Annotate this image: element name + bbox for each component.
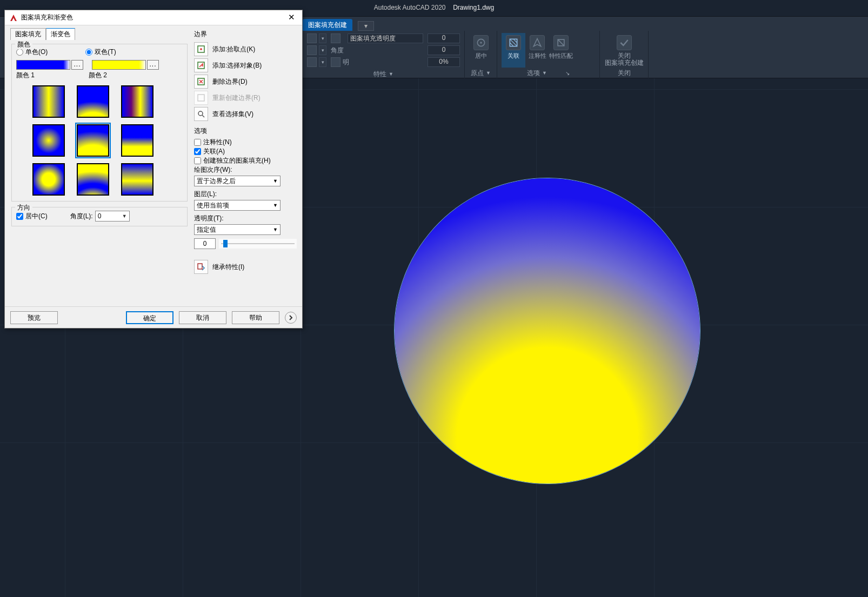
ribbon-group-options: 关联 注释性 特性匹配 选项▼↘ [497, 31, 600, 78]
svg-point-1 [480, 42, 482, 43]
help-button[interactable]: 帮助 [232, 311, 279, 324]
pick-point-icon [194, 42, 208, 56]
fieldset-color: 颜色 单色(O) 双色(T) ... ... 颜色 1 颜色 2 [11, 44, 188, 202]
svg-rect-9 [198, 264, 202, 269]
chevron-down-icon: ▼ [273, 227, 278, 232]
inherit-props-button[interactable]: 继承特性(I) [194, 259, 297, 275]
ribbon-group-name-options[interactable]: 选项▼↘ [502, 68, 595, 77]
gradient-pattern-3[interactable] [32, 124, 65, 157]
ribbon-context-tab[interactable]: 图案填充创建 [303, 19, 352, 31]
gradient-pattern-7[interactable] [77, 163, 109, 196]
chevron-down-icon: ▼ [122, 213, 127, 219]
color1-picker-button[interactable]: ... [71, 60, 83, 70]
gradient-pattern-2[interactable] [121, 85, 153, 118]
ok-button[interactable]: 确定 [126, 311, 173, 324]
layer-label-dlg: 图层(L): [194, 190, 297, 199]
ribbon-group-name-origin[interactable]: 原点▼ [469, 68, 492, 77]
hatch-icon[interactable] [307, 45, 317, 55]
gradient-pattern-6[interactable] [32, 163, 65, 196]
layer-icon[interactable] [307, 33, 317, 43]
ribbon-group-props: ▾ 图案填充透明度 0 ▾ 角度 0 ▾ [303, 31, 465, 78]
color1-swatch[interactable]: ... [16, 60, 83, 70]
checkbox-independent[interactable]: 创建独立的图案填充(H) [194, 156, 297, 165]
tab-hatch[interactable]: 图案填充 [10, 28, 46, 40]
color2-label: 颜色 2 [89, 71, 107, 80]
checkbox-annotative[interactable]: 注释性(N) [194, 138, 297, 147]
expand-dialog-button[interactable] [285, 312, 297, 324]
radio-two-color[interactable]: 双色(T) [85, 48, 116, 57]
fieldset-color-legend: 颜色 [15, 40, 32, 49]
view-selection-button[interactable]: 查看选择集(V) [194, 106, 297, 122]
brush-icon [553, 35, 569, 50]
color2-swatch[interactable]: ... [92, 60, 159, 70]
remove-boundary-button[interactable]: 删除边界(D) [194, 73, 297, 90]
gradient-pattern-1[interactable] [77, 85, 109, 118]
gradient-circle-object[interactable] [395, 178, 700, 484]
ribbon-group-name-close: 关闭 [604, 68, 644, 77]
transparency-label-dlg: 透明度(T): [194, 214, 297, 223]
tab-gradient[interactable]: 渐变色 [46, 28, 75, 40]
transparency-field[interactable]: 图案填充透明度 [348, 33, 423, 43]
brightness-label: 明 [343, 58, 349, 67]
transparency-number[interactable]: 0 [194, 238, 216, 249]
transparency-select[interactable]: 指定值▼ [194, 224, 281, 235]
select-objects-icon [194, 58, 208, 72]
gradient-icon[interactable] [307, 57, 317, 67]
layer-select[interactable]: 使用当前项▼ [194, 200, 281, 211]
gradient-pattern-grid [32, 85, 183, 196]
angle-combo[interactable]: 0▼ [95, 211, 130, 222]
match-props-button[interactable]: 特性匹配 [549, 33, 573, 68]
angle-label-dlg: 角度(L): [70, 212, 93, 221]
color2-preview [92, 60, 146, 70]
layer-dropdown[interactable]: ▾ [319, 33, 326, 43]
gradient-dropdown[interactable]: ▾ [319, 57, 326, 67]
draw-order-select[interactable]: 置于边界之后▼ [194, 176, 281, 186]
target-icon [473, 35, 489, 50]
magnifier-icon [194, 107, 208, 121]
add-select-objects-button[interactable]: 添加:选择对象(B) [194, 57, 297, 73]
transparency-value[interactable]: 0 [428, 33, 460, 43]
slider-thumb[interactable] [223, 240, 228, 247]
brightness-icon[interactable] [331, 57, 340, 67]
preview-button[interactable]: 预览 [10, 311, 58, 324]
checkbox-center[interactable]: 居中(C) [16, 212, 48, 221]
dialog-left-pane: 图案填充 渐变色 颜色 单色(O) 双色(T) ... ... 颜色 1 [5, 25, 192, 306]
transparency-icon[interactable] [331, 33, 340, 43]
color1-preview [16, 60, 70, 70]
close-icon[interactable]: ✕ [285, 12, 298, 23]
angle-value[interactable]: 0 [428, 45, 460, 55]
gradient-pattern-5[interactable] [121, 124, 153, 157]
chevron-down-icon: ▼ [273, 178, 278, 184]
color1-label: 颜色 1 [16, 71, 35, 80]
gradient-pattern-0[interactable] [32, 85, 65, 118]
color2-picker-button[interactable]: ... [147, 60, 159, 70]
dialog-titlebar[interactable]: 图案填充和渐变色 ✕ [5, 10, 302, 25]
fieldset-direction: 方向 居中(C) 角度(L): 0▼ [11, 207, 188, 226]
annotative-button[interactable]: 注释性 [525, 33, 549, 68]
ribbon-tab-nav[interactable]: ▾ [358, 21, 374, 31]
ribbon-group-close: 关闭图案填充创建 关闭 [600, 31, 649, 78]
ribbon-group-name-props[interactable]: 特性▼ [307, 69, 460, 78]
checkbox-associative[interactable]: 关联(A) [194, 147, 297, 156]
transparency-slider[interactable] [219, 239, 297, 249]
svg-point-8 [198, 111, 203, 116]
brightness-value[interactable]: 0% [428, 57, 460, 67]
dialog-title: 图案填充和渐变色 [21, 13, 285, 22]
hatch-dropdown[interactable]: ▾ [319, 45, 326, 55]
cancel-button[interactable]: 取消 [179, 311, 226, 324]
options-heading: 选项 [194, 126, 297, 136]
ribbon-group-origin: 居中 原点▼ [465, 31, 497, 78]
associative-button[interactable]: 关联 [502, 33, 525, 68]
dialog-right-pane: 边界 添加:拾取点(K) 添加:选择对象(B) 删除边界(D) 重新创建边界(R… [192, 25, 302, 306]
hatch-gradient-dialog: 图案填充和渐变色 ✕ 图案填充 渐变色 颜色 单色(O) 双色(T) ... .… [4, 10, 303, 328]
gradient-pattern-8[interactable] [121, 163, 153, 196]
svg-rect-7 [198, 95, 204, 101]
origin-center-button[interactable]: 居中 [469, 33, 493, 59]
close-hatch-button[interactable]: 关闭图案填充创建 [604, 33, 644, 66]
gradient-pattern-4[interactable] [77, 124, 109, 157]
inherit-props-icon [194, 260, 208, 274]
recreate-boundary-button: 重新创建边界(R) [194, 90, 297, 106]
add-pick-points-button[interactable]: 添加:拾取点(K) [194, 41, 297, 57]
dialog-footer: 预览 确定 取消 帮助 [5, 306, 302, 328]
boundary-heading: 边界 [194, 30, 297, 39]
